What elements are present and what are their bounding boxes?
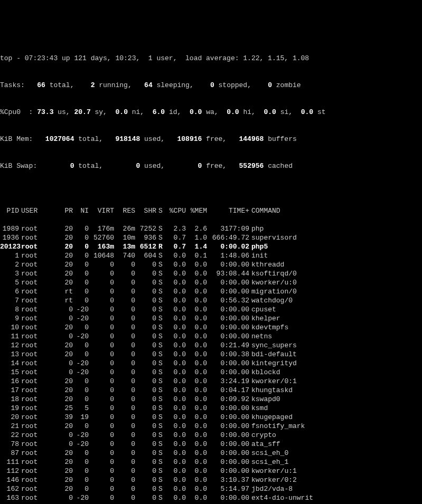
process-pr: rt xyxy=(59,296,75,305)
process-row[interactable]: 112root200000S0.00.00:00.00kworker/u:1 xyxy=(0,467,422,476)
process-row[interactable]: 87root200000S0.00.00:00.00scsi_eh_0 xyxy=(0,449,422,458)
process-row[interactable]: 13root200000S0.00.00:00.38bdi-default xyxy=(0,350,422,359)
process-row[interactable]: 3root200000S0.00.093:08.44ksoftirqd/0 xyxy=(0,269,422,278)
process-cmd: ata_sff xyxy=(251,440,422,449)
process-shr: 0 xyxy=(137,484,158,493)
process-user: root xyxy=(21,332,59,341)
process-row[interactable]: 7rootrt0000S0.00.00:56.32watchdog/0 xyxy=(0,296,422,305)
process-ni: 5 xyxy=(75,404,91,413)
process-ni: 0 xyxy=(75,278,91,287)
header-virt[interactable]: VIRT xyxy=(91,206,116,215)
process-ni: 0 xyxy=(75,467,91,476)
header-mem[interactable]: %MEM xyxy=(188,206,209,215)
process-row[interactable]: 162root200000S0.00.05:14.97jbd2/vda-8 xyxy=(0,484,422,493)
header-pid[interactable]: PID xyxy=(0,206,21,215)
header-time[interactable]: TIME+ xyxy=(209,206,251,215)
process-row[interactable]: 19root255000S0.00.00:00.00ksmd xyxy=(0,404,422,413)
process-row[interactable]: 6rootrt0000S0.00.00:00.00migration/0 xyxy=(0,287,422,296)
process-row[interactable]: 12root200000S0.00.00:21.49sync_supers xyxy=(0,341,422,350)
process-time: 666:49.72 xyxy=(209,233,251,242)
process-user: root xyxy=(21,377,59,386)
process-shr: 0 xyxy=(137,386,158,395)
process-time: 3:24.19 xyxy=(209,377,251,386)
header-cpu[interactable]: %CPU xyxy=(167,206,188,215)
process-cmd: kworker/u:1 xyxy=(251,467,422,476)
process-time: 0:00.00 xyxy=(209,467,251,476)
process-row[interactable]: 15root0-20000S0.00.00:00.00kblockd xyxy=(0,368,422,377)
process-row[interactable]: 111root200000S0.00.00:00.00scsi_eh_1 xyxy=(0,458,422,467)
process-mem: 0.0 xyxy=(188,341,209,350)
process-row[interactable]: 9root0-20000S0.00.00:00.00khelper xyxy=(0,314,422,323)
process-cmd: supervisord xyxy=(251,233,422,242)
process-user: root xyxy=(21,278,59,287)
process-mem: 0.0 xyxy=(188,260,209,269)
process-cpu: 0.0 xyxy=(167,431,188,440)
process-row[interactable]: 18root200000S0.00.00:09.92kswapd0 xyxy=(0,395,422,404)
header-user[interactable]: USER xyxy=(21,206,59,215)
process-row[interactable]: 17root200000S0.00.00:04.17khungtaskd xyxy=(0,386,422,395)
process-time: 0:00.00 xyxy=(209,314,251,323)
process-mem: 0.0 xyxy=(188,440,209,449)
process-row[interactable]: 8root0-20000S0.00.00:00.00cpuset xyxy=(0,305,422,314)
process-virt: 176m xyxy=(91,224,116,233)
header-ni[interactable]: NI xyxy=(75,206,91,215)
process-pr: 25 xyxy=(59,404,75,413)
process-shr: 0 xyxy=(137,493,158,502)
process-pid: 19 xyxy=(0,404,21,413)
process-mem: 0.0 xyxy=(188,422,209,431)
header-res[interactable]: RES xyxy=(116,206,137,215)
process-s: S xyxy=(158,296,167,305)
header-shr[interactable]: SHR xyxy=(137,206,158,215)
process-row[interactable]: 20123root200163m13m6512R0.71.40:00.02php… xyxy=(0,242,422,251)
process-res: 26m xyxy=(116,224,137,233)
tasks-sleeping: 64 xyxy=(144,81,153,89)
process-res: 0 xyxy=(116,305,137,314)
process-pr: 0 xyxy=(59,440,75,449)
process-row[interactable]: 78root0-20000S0.00.00:00.00ata_sff xyxy=(0,440,422,449)
process-mem: 0.0 xyxy=(188,458,209,467)
process-cpu: 0.0 xyxy=(167,440,188,449)
process-row[interactable]: 163root0-20000S0.00.00:00.00ext4-dio-unw… xyxy=(0,493,422,502)
header-s[interactable]: S xyxy=(158,206,167,215)
process-s: S xyxy=(158,368,167,377)
process-row[interactable]: 11root0-20000S0.00.00:00.00netns xyxy=(0,332,422,341)
process-row[interactable]: 10root200000S0.00.00:00.00kdevtmpfs xyxy=(0,323,422,332)
process-shr: 0 xyxy=(137,359,158,368)
process-row[interactable]: 1936root2005276010m936S0.71.0666:49.72su… xyxy=(0,233,422,242)
process-row[interactable]: 146root200000S0.00.03:10.37kworker/0:2 xyxy=(0,476,422,484)
process-cpu: 0.0 xyxy=(167,449,188,458)
process-row[interactable]: 20root3919000S0.00.00:00.00khugepaged xyxy=(0,413,422,422)
process-row[interactable]: 16root200000S0.00.03:24.19kworker/0:1 xyxy=(0,377,422,386)
process-user: root xyxy=(21,458,59,467)
header-cmd[interactable]: COMMAND xyxy=(251,206,422,215)
mem-total: 1027064 xyxy=(45,135,74,143)
process-time: 0:00.00 xyxy=(209,323,251,332)
process-row[interactable]: 1989root200176m26m7252S2.32.63177:09php xyxy=(0,224,422,233)
process-res: 0 xyxy=(116,350,137,359)
process-res: 0 xyxy=(116,413,137,422)
process-mem: 2.6 xyxy=(188,224,209,233)
process-time: 0:00.00 xyxy=(209,359,251,368)
process-cmd: kworker/0:2 xyxy=(251,476,422,484)
process-row[interactable]: 2root200000S0.00.00:00.00kthreadd xyxy=(0,260,422,269)
process-pid: 16 xyxy=(0,377,21,386)
process-row[interactable]: 21root200000S0.00.00:00.00fsnotify_mark xyxy=(0,422,422,431)
process-time: 0:00.00 xyxy=(209,422,251,431)
process-ni: 0 xyxy=(75,260,91,269)
process-pid: 162 xyxy=(0,484,21,493)
process-row[interactable]: 1root20010648740604S0.00.11:48.06init xyxy=(0,251,422,260)
process-time: 93:08.44 xyxy=(209,269,251,278)
process-row[interactable]: 22root0-20000S0.00.00:00.00crypto xyxy=(0,431,422,440)
process-virt: 0 xyxy=(91,449,116,458)
process-virt: 0 xyxy=(91,413,116,422)
header-pr[interactable]: PR xyxy=(59,206,75,215)
summary-block: top - 07:23:43 up 121 days, 10:23, 1 use… xyxy=(0,36,422,179)
process-row[interactable]: 5root200000S0.00.00:00.00kworker/u:0 xyxy=(0,278,422,287)
summary-mem-line: KiB Mem: 1027064 total, 918148 used, 108… xyxy=(0,135,422,144)
process-user: root xyxy=(21,386,59,395)
process-user: root xyxy=(21,341,59,350)
process-user: root xyxy=(21,359,59,368)
top-prefix: top - xyxy=(0,54,25,62)
process-row[interactable]: 14root0-20000S0.00.00:00.00kintegrityd xyxy=(0,359,422,368)
process-table-header[interactable]: PID USER PR NI VIRT RES SHR S %CPU %MEM … xyxy=(0,206,422,215)
